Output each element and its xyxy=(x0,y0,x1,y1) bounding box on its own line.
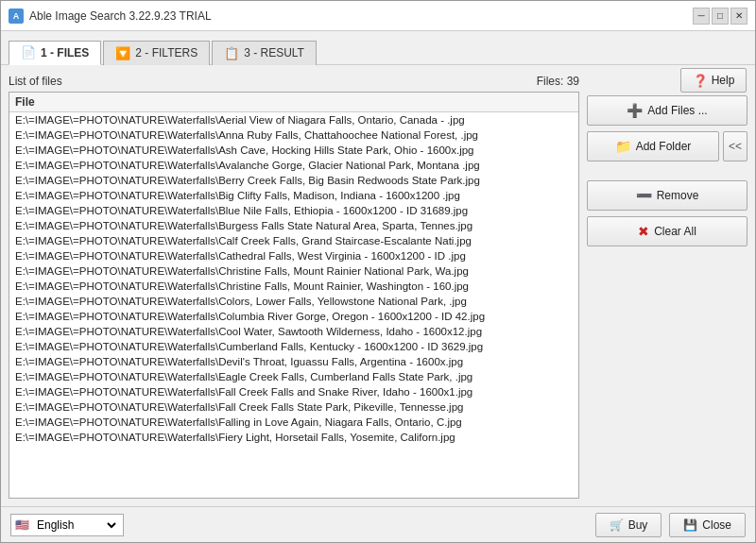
window-title: Able Image Search 3.22.9.23 TRIAL xyxy=(29,9,212,23)
list-item[interactable]: E:\=IMAGE\=PHOTO\NATURE\Waterfalls\Blue … xyxy=(9,203,578,218)
tabs-group: 📄 1 - FILES 🔽 2 - FILTERS 📋 3 - RESULT xyxy=(9,31,317,65)
tab-files-label: 1 - FILES xyxy=(41,46,89,59)
help-icon: ❓ xyxy=(693,74,708,88)
add-folder-icon: 📁 xyxy=(615,139,631,154)
right-panel: ➕ Add Files ... 📁 Add Folder << ➖ Remove… xyxy=(587,73,747,499)
file-column-header: File xyxy=(9,93,578,112)
language-selector[interactable]: 🇺🇸 English Deutsch Français Español xyxy=(10,514,124,536)
buy-label: Buy xyxy=(628,518,648,532)
list-of-files-label: List of files xyxy=(9,75,62,88)
add-files-label: Add Files ... xyxy=(647,104,707,117)
list-item[interactable]: E:\=IMAGE\=PHOTO\NATURE\Waterfalls\Falli… xyxy=(9,415,578,430)
close-button[interactable]: 💾 Close xyxy=(669,513,746,537)
add-files-icon: ➕ xyxy=(627,103,643,118)
result-tab-icon: 📋 xyxy=(224,46,239,60)
close-icon: 💾 xyxy=(683,518,697,532)
list-item[interactable]: E:\=IMAGE\=PHOTO\NATURE\Waterfalls\Eagle… xyxy=(9,369,578,384)
help-button[interactable]: ❓ Help xyxy=(680,68,747,93)
list-item[interactable]: E:\=IMAGE\=PHOTO\NATURE\Waterfalls\Color… xyxy=(9,294,578,309)
minimize-button[interactable]: ─ xyxy=(693,8,710,25)
tabs-help-row: 📄 1 - FILES 🔽 2 - FILTERS 📋 3 - RESULT ❓… xyxy=(1,31,755,65)
list-item[interactable]: E:\=IMAGE\=PHOTO\NATURE\Waterfalls\Berry… xyxy=(9,173,578,188)
list-item[interactable]: E:\=IMAGE\=PHOTO\NATURE\Waterfalls\Fall … xyxy=(9,384,578,399)
buy-icon: 🛒 xyxy=(610,518,624,532)
buy-button[interactable]: 🛒 Buy xyxy=(595,513,662,537)
list-item[interactable]: E:\=IMAGE\=PHOTO\NATURE\Waterfalls\Calf … xyxy=(9,233,578,248)
language-dropdown[interactable]: English Deutsch Français Español xyxy=(33,518,119,533)
close-label: Close xyxy=(702,518,731,532)
tab-filters-label: 2 - FILTERS xyxy=(135,46,198,59)
arrow-button[interactable]: << xyxy=(723,131,747,161)
window-close-button[interactable]: ✕ xyxy=(730,8,747,25)
arrow-label: << xyxy=(729,140,742,153)
btn-separator-1 xyxy=(587,167,747,175)
main-window: A Able Image Search 3.22.9.23 TRIAL ─ □ … xyxy=(0,0,756,543)
list-item[interactable]: E:\=IMAGE\=PHOTO\NATURE\Waterfalls\Ash C… xyxy=(9,143,578,158)
file-list-container: File E:\=IMAGE\=PHOTO\NATURE\Waterfalls\… xyxy=(9,92,579,499)
content-area: List of files Files: 39 File E:\=IMAGE\=… xyxy=(1,65,755,506)
list-item[interactable]: E:\=IMAGE\=PHOTO\NATURE\Waterfalls\Devil… xyxy=(9,354,578,369)
list-item[interactable]: E:\=IMAGE\=PHOTO\NATURE\Waterfalls\Cool … xyxy=(9,324,578,339)
maximize-button[interactable]: □ xyxy=(712,8,729,25)
list-item[interactable]: E:\=IMAGE\=PHOTO\NATURE\Waterfalls\Big C… xyxy=(9,188,578,203)
clear-all-button[interactable]: ✖ Clear All xyxy=(587,216,747,246)
file-list-scroll[interactable]: E:\=IMAGE\=PHOTO\NATURE\Waterfalls\Aeria… xyxy=(9,112,578,498)
list-item[interactable]: E:\=IMAGE\=PHOTO\NATURE\Waterfalls\Avala… xyxy=(9,158,578,173)
add-files-button[interactable]: ➕ Add Files ... xyxy=(587,95,747,126)
tab-filters[interactable]: 🔽 2 - FILTERS xyxy=(103,41,210,65)
list-item[interactable]: E:\=IMAGE\=PHOTO\NATURE\Waterfalls\Fiery… xyxy=(9,430,578,445)
list-header: List of files Files: 39 xyxy=(9,73,579,92)
flag-icon: 🇺🇸 xyxy=(15,518,29,532)
add-folder-label: Add Folder xyxy=(636,140,692,153)
add-folder-row: 📁 Add Folder << xyxy=(587,131,747,161)
list-item[interactable]: E:\=IMAGE\=PHOTO\NATURE\Waterfalls\Fall … xyxy=(9,399,578,415)
list-item[interactable]: E:\=IMAGE\=PHOTO\NATURE\Waterfalls\Cathe… xyxy=(9,248,578,263)
list-item[interactable]: E:\=IMAGE\=PHOTO\NATURE\Waterfalls\Burge… xyxy=(9,218,578,233)
list-item[interactable]: E:\=IMAGE\=PHOTO\NATURE\Waterfalls\Cumbe… xyxy=(9,339,578,354)
remove-icon: ➖ xyxy=(636,188,652,203)
list-item[interactable]: E:\=IMAGE\=PHOTO\NATURE\Waterfalls\Chris… xyxy=(9,279,578,294)
filters-tab-icon: 🔽 xyxy=(115,46,130,60)
list-item[interactable]: E:\=IMAGE\=PHOTO\NATURE\Waterfalls\Anna … xyxy=(9,127,578,143)
clear-all-icon: ✖ xyxy=(638,224,649,239)
add-folder-button[interactable]: 📁 Add Folder xyxy=(587,131,719,161)
files-count-label: Files: 39 xyxy=(537,75,579,88)
files-tab-icon: 📄 xyxy=(21,45,36,59)
window-controls: ─ □ ✕ xyxy=(693,8,747,25)
app-icon: A xyxy=(9,8,24,24)
list-item[interactable]: E:\=IMAGE\=PHOTO\NATURE\Waterfalls\Chris… xyxy=(9,263,578,279)
remove-button[interactable]: ➖ Remove xyxy=(587,180,747,211)
status-bar: 🇺🇸 English Deutsch Français Español 🛒 Bu… xyxy=(1,506,755,542)
tab-result-label: 3 - RESULT xyxy=(244,46,304,59)
left-panel: List of files Files: 39 File E:\=IMAGE\=… xyxy=(9,73,579,499)
status-right-buttons: 🛒 Buy 💾 Close xyxy=(595,513,746,537)
remove-label: Remove xyxy=(657,189,699,202)
tab-result[interactable]: 📋 3 - RESULT xyxy=(212,41,317,65)
list-item[interactable]: E:\=IMAGE\=PHOTO\NATURE\Waterfalls\Aeria… xyxy=(9,112,578,127)
help-button-label: Help xyxy=(712,74,735,87)
title-bar: A Able Image Search 3.22.9.23 TRIAL ─ □ … xyxy=(1,1,755,31)
clear-all-label: Clear All xyxy=(654,225,696,238)
tab-files[interactable]: 📄 1 - FILES xyxy=(9,41,101,65)
title-bar-left: A Able Image Search 3.22.9.23 TRIAL xyxy=(9,8,212,24)
list-item[interactable]: E:\=IMAGE\=PHOTO\NATURE\Waterfalls\Colum… xyxy=(9,309,578,324)
